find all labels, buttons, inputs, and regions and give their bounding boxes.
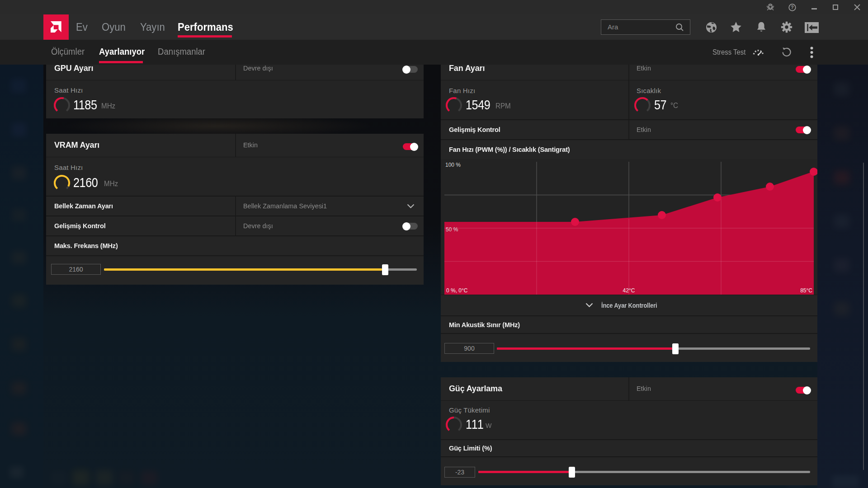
svg-text:85°C: 85°C: [800, 287, 812, 294]
svg-text:42°C: 42°C: [623, 287, 635, 294]
svg-text:0 %, 0°C: 0 %, 0°C: [446, 287, 468, 294]
svg-text:50 %: 50 %: [446, 226, 458, 233]
svg-text:100 %: 100 %: [445, 162, 461, 168]
svg-text:?: ?: [791, 5, 793, 10]
